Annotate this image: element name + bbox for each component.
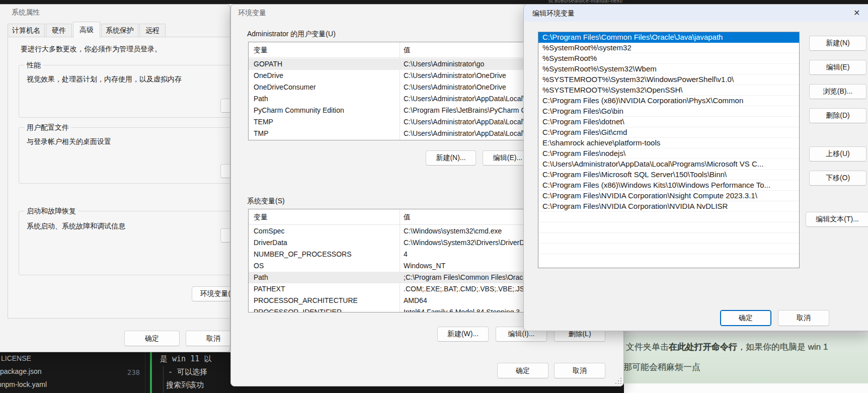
path-move-down-button[interactable]: 下移(O) [809, 171, 866, 186]
path-item[interactable]: C:\Program Files\Microsoft SQL Server\15… [538, 170, 799, 180]
user-profiles-group [19, 127, 230, 184]
path-browse-button[interactable]: 浏览(B)... [809, 84, 866, 99]
user-col-variable[interactable]: 变量 [254, 46, 268, 55]
sysprops-ok-button[interactable]: 确定 [124, 331, 180, 346]
admin-note: 要进行大多数更改，你必须作为管理员登录。 [21, 45, 162, 54]
path-item-empty [538, 233, 799, 244]
path-item[interactable]: %SYSTEMROOT%\System32\OpenSSH\ [538, 85, 799, 96]
line-number: 238 [123, 368, 140, 376]
edit-cancel-button[interactable]: 取消 [778, 310, 829, 326]
browser-top-strip: st:8080/sealdice-manual-next/ [0, 0, 868, 4]
user-profiles-group-label: 用户配置文件 [25, 123, 71, 132]
tab-remote[interactable]: 远程 [139, 24, 166, 37]
system-properties-title: 系统属性 [12, 8, 40, 17]
startup-recovery-description: 系统启动、系统故障和调试信息 [27, 222, 125, 231]
path-item[interactable]: C:\Program Files\Common Files\Oracle\Jav… [538, 32, 799, 43]
path-item[interactable]: C:\Users\Administrator\AppData\Local\Pro… [538, 159, 799, 170]
background-text-line1: 文件夹单击在此处打开命令行，如果你的电脑是 win 1 [626, 341, 828, 353]
environment-variables-button[interactable]: 环境变量(N)... [192, 286, 230, 301]
performance-group-label: 性能 [25, 61, 43, 70]
system-properties-dialog: 系统属性 计算机名 硬件 高级 系统保护 远程 要进行大多数更改，你必须作为管理… [0, 4, 230, 352]
path-move-up-button[interactable]: 上移(U) [809, 146, 866, 162]
performance-description: 视觉效果，处理器计划，内存使用，以及虚拟内存 [27, 75, 182, 84]
path-item[interactable]: %SystemRoot% [538, 53, 799, 64]
env-vars-title: 环境变量 [238, 9, 266, 18]
path-item[interactable]: %SYSTEMROOT%\System32\WindowsPowerShell\… [538, 74, 799, 85]
performance-settings-button[interactable] [220, 99, 230, 113]
path-item[interactable]: E:\shamrock achieve\platform-tools [538, 138, 799, 148]
system-new-button[interactable]: 新建(W)... [437, 327, 489, 342]
path-listbox[interactable]: C:\Program Files\Common Files\Oracle\Jav… [538, 32, 800, 268]
path-edit-text-button[interactable]: 编辑文本(T)... [806, 212, 868, 227]
edit-ok-button[interactable]: 确定 [720, 310, 771, 326]
edit-environment-variable-dialog: 编辑环境变量 ✕ C:\Program Files\Common Files\O… [523, 4, 868, 331]
close-icon[interactable]: ✕ [853, 8, 860, 18]
code-line-2: - 可以选择 [168, 367, 207, 377]
tab-advanced[interactable]: 高级 [73, 22, 100, 38]
edit-dialog-titlebar [524, 5, 868, 22]
path-item[interactable]: C:\Program Files\NVIDIA Corporation\NVID… [538, 201, 799, 212]
resize-grip-icon[interactable] [615, 378, 621, 384]
path-item[interactable]: C:\Program Files\dotnet\ [538, 117, 799, 127]
path-item-empty [538, 212, 799, 222]
code-line-3: 搜索到该功 [166, 380, 204, 390]
background-text-line2: 那可能会稍麻烦一点 [623, 361, 700, 373]
path-item[interactable]: %SystemRoot%\System32\Wbem [538, 64, 799, 74]
background-page-bottom [622, 383, 868, 393]
user-profiles-settings-button[interactable] [220, 164, 230, 178]
env-cancel-button[interactable]: 取消 [554, 363, 605, 378]
editor-gutter-separator [145, 352, 145, 393]
file-item-license[interactable]: LICENSE [1, 354, 31, 362]
path-item-empty [538, 222, 799, 233]
path-item-empty [538, 244, 799, 254]
startup-recovery-group [19, 211, 230, 275]
path-delete-button[interactable]: 删除(D) [809, 108, 866, 123]
file-item-pnpm-lock[interactable]: pnpm-lock.yaml [0, 380, 47, 388]
path-item[interactable]: %SystemRoot%\system32 [538, 43, 799, 53]
system-col-value[interactable]: 值 [404, 213, 411, 222]
user-new-button[interactable]: 新建(N)... [426, 150, 476, 166]
env-ok-button[interactable]: 确定 [497, 363, 548, 378]
user-profiles-description: 与登录帐户相关的桌面设置 [27, 137, 111, 146]
git-modified-gutter [150, 352, 152, 393]
path-item[interactable]: C:\Program Files\NVIDIA Corporation\Nsig… [538, 191, 799, 201]
path-item[interactable]: C:\Program Files (x86)\Windows Kits\10\W… [538, 180, 799, 191]
system-variables-section-label: 系统变量(S) [247, 197, 285, 206]
file-item-package-json[interactable]: package.json [0, 367, 42, 375]
tab-hardware[interactable]: 硬件 [46, 24, 72, 37]
tab-computer-name[interactable]: 计算机名 [8, 24, 45, 37]
edit-dialog-title: 编辑环境变量 [532, 9, 575, 18]
tab-system-protection[interactable]: 系统保护 [101, 24, 138, 37]
performance-group [19, 65, 230, 118]
path-item[interactable]: C:\Program Files (x86)\NVIDIA Corporatio… [538, 96, 799, 106]
path-item[interactable]: C:\Program Files\Git\cmd [538, 127, 799, 138]
startup-recovery-group-label: 启动和故障恢复 [25, 207, 78, 216]
browser-url-fragment: st:8080/sealdice-manual-next/ [548, 0, 623, 4]
background-page-highlight: 文件夹单击在此处打开命令行，如果你的电脑是 win 1 那可能会稍麻烦一点 [622, 335, 868, 383]
user-variables-section-label: Administrator 的用户变量(U) [247, 30, 336, 39]
system-col-variable[interactable]: 变量 [254, 213, 268, 222]
path-edit-button[interactable]: 编辑(E) [809, 60, 866, 75]
path-new-button[interactable]: 新建(N) [809, 36, 866, 51]
sysprops-cancel-button[interactable]: 取消 [186, 331, 230, 346]
startup-recovery-settings-button[interactable] [220, 228, 230, 243]
path-item[interactable]: C:\Program Files\Go\bin [538, 106, 799, 117]
code-line-1: 是 win 11 以 [160, 354, 211, 364]
indent-guide [163, 366, 164, 393]
path-item[interactable]: C:\Program Files\nodejs\ [538, 148, 799, 159]
user-col-value[interactable]: 值 [404, 46, 411, 55]
